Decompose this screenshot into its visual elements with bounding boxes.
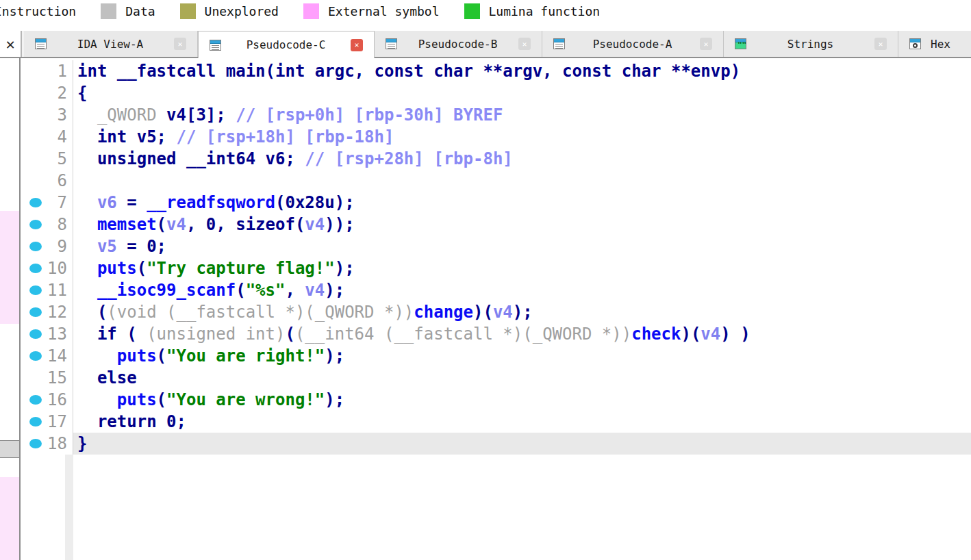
string-token[interactable]: "Try capture flag!" bbox=[147, 259, 335, 278]
variable-token[interactable]: v4 bbox=[305, 281, 325, 300]
gutter[interactable]: 14 bbox=[21, 345, 73, 367]
tab-close-icon[interactable]: ✕ bbox=[351, 39, 363, 51]
gutter[interactable]: 11 bbox=[21, 279, 73, 301]
function-token[interactable]: change bbox=[414, 303, 473, 322]
breakpoint-dot[interactable] bbox=[29, 198, 42, 207]
breakpoint-dot[interactable] bbox=[29, 395, 42, 405]
code-text[interactable]: puts("You are wrong!"); bbox=[73, 389, 971, 411]
code-line-18[interactable]: 18} bbox=[21, 433, 971, 455]
code-token[interactable]: ( bbox=[157, 390, 166, 409]
navigator-segment-data-region[interactable] bbox=[0, 440, 19, 458]
code-token[interactable]: ( bbox=[285, 324, 294, 344]
code-token[interactable]: ); bbox=[325, 346, 344, 366]
gutter[interactable]: 1 bbox=[21, 60, 73, 82]
code-token[interactable] bbox=[77, 105, 97, 125]
code-text[interactable]: else bbox=[73, 367, 971, 389]
function-token[interactable]: memset bbox=[97, 215, 157, 234]
tab-close-icon[interactable]: ✕ bbox=[518, 38, 531, 50]
code-token[interactable]: if ( bbox=[77, 324, 147, 344]
code-line-14[interactable]: 14 puts("You are right!"); bbox=[21, 345, 971, 367]
comment-token[interactable]: // [rsp+18h] [rbp-18h] bbox=[177, 127, 394, 147]
code-text[interactable]: } bbox=[73, 433, 971, 455]
gutter[interactable]: 6 bbox=[21, 170, 73, 192]
breakpoint-dot[interactable] bbox=[29, 242, 42, 251]
variable-token[interactable]: v5 bbox=[97, 237, 117, 256]
cast-token[interactable]: _QWORD bbox=[97, 105, 157, 125]
code-token[interactable]: )); bbox=[325, 215, 354, 234]
code-line-3[interactable]: 3 _QWORD v4[3]; // [rsp+0h] [rbp-30h] BY… bbox=[21, 104, 971, 126]
code-line-11[interactable]: 11 __isoc99_scanf("%s", v4); bbox=[21, 279, 971, 301]
code-line-8[interactable]: 8 memset(v4, 0, sizeof(v4)); bbox=[21, 214, 971, 236]
cast-token[interactable]: (__int64 (__fastcall *)(_QWORD *)) bbox=[295, 324, 631, 344]
variable-token[interactable]: v6 bbox=[97, 193, 117, 212]
navigator-segment-external-symbol-region[interactable] bbox=[0, 477, 19, 560]
code-token[interactable]: = bbox=[117, 193, 147, 212]
cast-token[interactable]: (unsigned int) bbox=[147, 324, 285, 344]
function-token[interactable]: __readfsqword bbox=[147, 193, 275, 212]
code-token[interactable]: else bbox=[77, 368, 137, 387]
code-line-12[interactable]: 12 ((void (__fastcall *)(_QWORD *))chang… bbox=[21, 301, 971, 323]
code-token[interactable]: int v5; bbox=[77, 127, 177, 147]
code-line-16[interactable]: 16 puts("You are wrong!"); bbox=[21, 389, 971, 411]
code-line-6[interactable]: 6 bbox=[21, 170, 971, 192]
breakpoint-dot[interactable] bbox=[29, 351, 42, 361]
code-text[interactable]: if ( (unsigned int)((__int64 (__fastcall… bbox=[73, 323, 971, 345]
code-token[interactable] bbox=[77, 281, 97, 300]
tab-strings[interactable]: ""Strings✕ bbox=[724, 31, 898, 57]
code-line-17[interactable]: 17 return 0; bbox=[21, 411, 971, 433]
navigator-segment-external-symbol-region[interactable] bbox=[0, 211, 19, 324]
code-line-4[interactable]: 4 int v5; // [rsp+18h] [rbp-18h] bbox=[21, 126, 971, 148]
gutter[interactable]: 2 bbox=[21, 82, 73, 104]
code-token[interactable]: ); bbox=[325, 390, 344, 409]
code-text[interactable]: int __fastcall main(int argc, const char… bbox=[73, 60, 971, 82]
code-line-5[interactable]: 5 unsigned __int64 v6; // [rsp+28h] [rbp… bbox=[21, 148, 971, 170]
comment-token[interactable]: // [rsp+28h] [rbp-8h] bbox=[305, 149, 512, 168]
code-text[interactable]: ((void (__fastcall *)(_QWORD *))change)(… bbox=[73, 301, 971, 323]
tab-close-icon[interactable]: ✕ bbox=[874, 38, 887, 50]
close-panel-button[interactable]: ✕ bbox=[0, 31, 22, 57]
variable-token[interactable]: v4 bbox=[701, 324, 720, 344]
tab-close-icon[interactable]: ✕ bbox=[700, 38, 712, 50]
code-text[interactable]: unsigned __int64 v6; // [rsp+28h] [rbp-8… bbox=[73, 148, 971, 170]
code-token[interactable] bbox=[77, 346, 117, 366]
code-token[interactable]: , 0, sizeof( bbox=[186, 215, 305, 234]
tab-hex[interactable]: Hex bbox=[898, 31, 968, 57]
gutter[interactable]: 13 bbox=[21, 323, 73, 345]
code-token[interactable]: } bbox=[77, 434, 87, 453]
cast-token[interactable]: (void (__fastcall *)(_QWORD *)) bbox=[107, 303, 414, 322]
code-token[interactable]: ( bbox=[137, 259, 147, 278]
code-token[interactable] bbox=[77, 390, 117, 409]
breakpoint-dot[interactable] bbox=[29, 264, 42, 273]
gutter[interactable]: 5 bbox=[21, 148, 73, 170]
code-line-15[interactable]: 15 else bbox=[21, 367, 971, 389]
variable-token[interactable]: v4 bbox=[305, 215, 325, 234]
function-token[interactable]: puts bbox=[117, 390, 157, 409]
breakpoint-dot[interactable] bbox=[29, 307, 42, 317]
gutter[interactable]: 10 bbox=[21, 257, 73, 279]
comment-token[interactable]: // [rsp+0h] [rbp-30h] BYREF bbox=[236, 105, 503, 125]
code-text[interactable]: __isoc99_scanf("%s", v4); bbox=[73, 279, 971, 301]
gutter[interactable]: 17 bbox=[21, 411, 73, 433]
string-token[interactable]: "%s" bbox=[246, 281, 286, 300]
code-token[interactable]: ( bbox=[157, 215, 166, 234]
code-text[interactable]: v5 = 0; bbox=[73, 236, 971, 257]
code-line-10[interactable]: 10 puts("Try capture flag!"); bbox=[21, 257, 971, 279]
code-text[interactable]: { bbox=[73, 82, 971, 104]
gutter[interactable]: 9 bbox=[21, 236, 73, 257]
code-token[interactable]: )( bbox=[473, 303, 493, 322]
gutter[interactable]: 18 bbox=[21, 433, 73, 455]
code-text[interactable]: int v5; // [rsp+18h] [rbp-18h] bbox=[73, 126, 971, 148]
code-line-1[interactable]: 1int __fastcall main(int argc, const cha… bbox=[21, 60, 971, 82]
code-text[interactable]: v6 = __readfsqword(0x28u); bbox=[73, 192, 971, 214]
breakpoint-dot[interactable] bbox=[29, 285, 42, 295]
code-token[interactable]: v4[3]; bbox=[157, 105, 236, 125]
breakpoint-dot[interactable] bbox=[29, 329, 42, 339]
function-token[interactable]: __isoc99_scanf bbox=[97, 281, 236, 300]
gutter[interactable]: 16 bbox=[21, 389, 73, 411]
code-token[interactable]: int __fastcall main(int argc, const char… bbox=[77, 62, 740, 81]
code-token[interactable]: ) ) bbox=[720, 324, 750, 344]
code-token[interactable]: , bbox=[285, 281, 305, 300]
tab-close-icon[interactable]: ✕ bbox=[174, 38, 186, 50]
string-token[interactable]: "You are right!" bbox=[166, 346, 325, 366]
gutter[interactable]: 12 bbox=[21, 301, 73, 323]
